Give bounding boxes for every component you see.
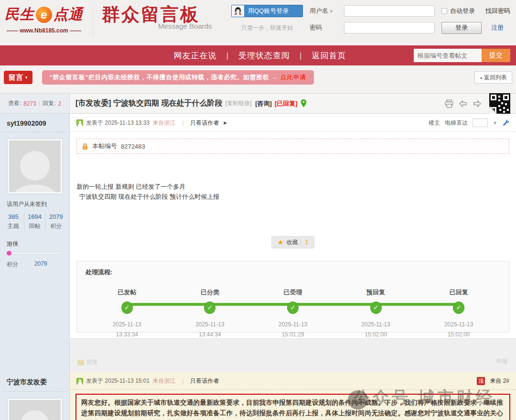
thread-status-tag: [已回复] bbox=[275, 99, 298, 108]
post-1-content: 新的一轮上报 新规则 已经发了一个多月 宁波轨交四期 现在处于什么阶段 预计什么… bbox=[70, 154, 516, 202]
sign-in-status: 该用户从未签到 bbox=[0, 194, 69, 212]
avatar-placeholder-body bbox=[12, 184, 58, 194]
login-button[interactable]: 登录 bbox=[441, 22, 482, 34]
process-steps: 已发帖 ✓ 2025-11-1313:33:34 已分类 ✓ 2025-11-1… bbox=[86, 288, 500, 340]
post-2-author-panel: 宁波市发改委 bbox=[0, 372, 70, 420]
favorite-row: ★ 收藏 1 bbox=[70, 236, 516, 248]
message-board-button[interactable]: 留言 ▾ bbox=[4, 71, 32, 84]
only-author-link[interactable]: 只看该作者 bbox=[190, 377, 219, 385]
board-title-block: 群众留言板 Message Boards bbox=[102, 5, 212, 30]
manage-wrench-icon[interactable] bbox=[502, 119, 509, 127]
elevator-label: 电梯直达 bbox=[445, 119, 468, 127]
views-label: 查看: bbox=[8, 99, 21, 108]
qq-penguin-icon bbox=[232, 5, 244, 17]
only-author-link[interactable]: 只看该作者 bbox=[190, 119, 219, 127]
favorite-button[interactable]: ★ 收藏 1 bbox=[271, 236, 314, 248]
nav-search: 提交 bbox=[414, 49, 510, 62]
post-1-meta-row: 发表于 2025-11-13 13:33 来自浙江 | 只看该作者 ▶ 楼主 电… bbox=[70, 114, 516, 132]
author-score-row: 积分 2079 bbox=[0, 255, 69, 274]
check-icon: ✓ bbox=[204, 302, 215, 314]
process-step-classified: 已分类 ✓ 2025-11-1313:44:34 bbox=[169, 288, 252, 340]
nav-links: 网友正在说|受理状态查阅|返回首页 bbox=[106, 50, 414, 61]
post-1-meta-right: 楼主 电梯直达 ▼ bbox=[429, 118, 509, 127]
replies-count: 2 bbox=[58, 100, 61, 107]
thread-title: [市发改委] 宁波轨交四期 现在处于什么阶段 bbox=[75, 98, 223, 108]
thread-counters: 查看: 8273 | 回复: 2 bbox=[0, 94, 70, 113]
post-id-value: 8272483 bbox=[121, 143, 145, 150]
login-extra-row2: 登录 注册 bbox=[441, 22, 510, 34]
post-1-footer: 回复 举报 bbox=[70, 338, 516, 372]
notice-row: 留言 ▾ “群众留言板”栏目内容未经授权，不得擅自使用或转载，违者必究。如需授权… bbox=[0, 65, 516, 93]
post-1-timestamp: 发表于 2025-11-13 13:33 bbox=[86, 119, 150, 127]
post-2-main: 发表于 2025-11-13 15:01 来自浙江 | 只看该作者 顶 来自 2… bbox=[70, 372, 516, 420]
prev-thread-icon[interactable] bbox=[459, 100, 468, 108]
reply-button[interactable]: 回复 bbox=[77, 358, 98, 366]
process-step-replied: 已回复 ✓ 2025-11-1315:02:00 bbox=[417, 288, 500, 340]
post-1-author-name[interactable]: syt19902009 bbox=[0, 114, 69, 132]
views-count: 8273 bbox=[23, 100, 36, 107]
main-nav: 网友正在说|受理状态查阅|返回首页 提交 bbox=[0, 45, 516, 65]
post-number-search-input[interactable] bbox=[414, 49, 482, 62]
lock-icon bbox=[82, 143, 88, 150]
stat-threads[interactable]: 385 主题 bbox=[3, 213, 24, 230]
author-badge-icon bbox=[76, 378, 83, 385]
login-panel: 用QQ账号登录 用户名 ▾ 自动登录 找回密码 只需一步，快速开始 密码 登录 … bbox=[231, 5, 511, 34]
process-flow-box: 处理流程: 已发帖 ✓ 2025-11-1313:33:34 已分类 ✓ 202… bbox=[76, 261, 509, 333]
copy-link[interactable]: [复制链接] bbox=[226, 99, 252, 108]
qq-login-button[interactable]: 用QQ账号登录 bbox=[231, 5, 303, 17]
board-title: 群众留言板 bbox=[102, 5, 212, 24]
nav-link-status-check[interactable]: 受理状态查阅 bbox=[238, 51, 290, 60]
star-icon: ★ bbox=[278, 238, 284, 246]
find-password-link[interactable]: 找回密码 bbox=[485, 7, 510, 15]
stat-credits[interactable]: 2079 积分 bbox=[45, 213, 66, 230]
username-caret-icon[interactable]: ▾ bbox=[330, 9, 333, 14]
auto-login-label: 自动登录 bbox=[450, 7, 475, 15]
print-icon[interactable] bbox=[444, 99, 454, 108]
only-author-caret-icon: ▶ bbox=[224, 120, 227, 125]
qq-login-label: 用QQ账号登录 bbox=[244, 7, 292, 15]
check-icon: ✓ bbox=[287, 302, 299, 314]
post-1-avatar[interactable] bbox=[8, 139, 62, 194]
back-caret-icon: ◂ bbox=[480, 75, 482, 80]
qr-code-icon[interactable] bbox=[489, 93, 510, 114]
report-link[interactable]: 举报 bbox=[496, 357, 507, 366]
back-to-list-button[interactable]: ◂ 返回列表 bbox=[474, 71, 512, 84]
post-2-timestamp: 发表于 2025-11-13 15:01 bbox=[86, 377, 150, 385]
avatar-placeholder-icon bbox=[20, 151, 50, 181]
site-logo[interactable]: 民生 e 点通 —— www.Nb8185.com —— bbox=[5, 5, 83, 34]
sidebar-divider bbox=[3, 132, 66, 132]
register-link[interactable]: 注册 bbox=[491, 23, 504, 32]
post-2-avatar[interactable] bbox=[8, 398, 62, 420]
post-1-author-panel: syt19902009 该用户从未签到 385 主题 1694 回帖 2079 … bbox=[0, 114, 70, 372]
logo-e-icon: e bbox=[36, 7, 52, 23]
username-label: 用户名 ▾ bbox=[310, 7, 337, 15]
login-extra-row1: 自动登录 找回密码 bbox=[441, 7, 510, 15]
search-submit-button[interactable]: 提交 bbox=[482, 49, 510, 62]
nav-link-home[interactable]: 返回首页 bbox=[312, 51, 346, 60]
elevator-go-icon[interactable]: ▼ bbox=[493, 120, 497, 126]
elevator-input[interactable] bbox=[473, 118, 488, 127]
favorite-count: 1 bbox=[301, 239, 308, 246]
apply-authorization-link[interactable]: 点此申请 bbox=[280, 73, 306, 82]
post-1: syt19902009 该用户从未签到 385 主题 1694 回帖 2079 … bbox=[0, 114, 516, 372]
nav-link-now-talking[interactable]: 网友正在说 bbox=[174, 51, 217, 60]
process-step-prereplied: 预回复 ✓ 2025-11-1315:02:00 bbox=[334, 288, 418, 340]
post-2-author-name[interactable]: 宁波市发改委 bbox=[0, 372, 69, 391]
process-flow-title: 处理流程: bbox=[86, 268, 500, 277]
password-input[interactable] bbox=[344, 22, 435, 33]
auto-login-checkbox[interactable] bbox=[441, 8, 447, 14]
password-label: 密码 bbox=[310, 23, 337, 32]
replies-label: 回复: bbox=[43, 99, 55, 108]
next-thread-icon[interactable] bbox=[473, 100, 482, 108]
logo-url: —— www.Nb8185.com —— bbox=[5, 27, 83, 34]
qq-login-hint: 只需一步，快速开始 bbox=[231, 24, 303, 32]
username-input[interactable] bbox=[344, 5, 435, 17]
rank-progress-dot bbox=[7, 251, 11, 256]
stat-replies[interactable]: 1694 回帖 bbox=[24, 213, 46, 230]
floor-label: 楼主 bbox=[429, 119, 440, 127]
avatar-placeholder-icon bbox=[20, 410, 50, 420]
author-badge-icon bbox=[76, 119, 83, 126]
check-icon: ✓ bbox=[370, 302, 382, 314]
page: 民生 e 点通 —— www.Nb8185.com —— 群众留言板 Messa… bbox=[0, 0, 516, 420]
official-reply-box: 网友您好。根据国家关于城市轨道交通的最新政策要求，目前我市申报第四期建设规划的条… bbox=[75, 394, 510, 420]
